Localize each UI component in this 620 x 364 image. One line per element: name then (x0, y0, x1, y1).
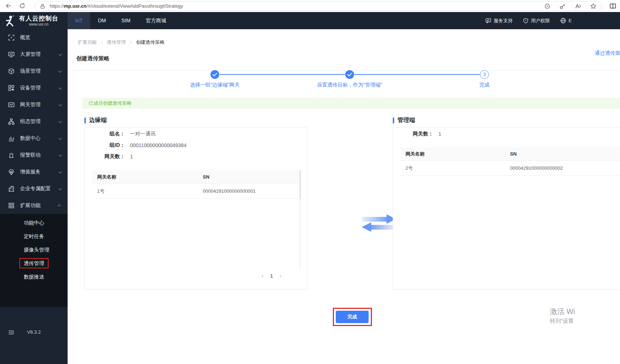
submenu-item-data-push[interactable]: 数据推送 (0, 270, 68, 284)
collapse-sidebar-icon[interactable] (8, 329, 14, 336)
sidebar-item-alarm[interactable]: 报警联动 (0, 147, 68, 164)
step-2-label: 设置透传目标，作为"管理端" (317, 82, 382, 88)
pagination-next-icon[interactable]: › (279, 273, 281, 279)
gateway-sn-cell: 00004291000000000002 (510, 165, 620, 171)
group-id-field: 组ID： 00011000000000049384 (85, 139, 307, 151)
tab-sim[interactable]: SIM (114, 12, 138, 29)
section-accent-bar (84, 118, 86, 123)
chevron-down-icon (58, 52, 62, 56)
scada-icon (8, 118, 15, 125)
lock-icon[interactable] (40, 4, 45, 9)
user-permissions[interactable]: 用户权限 (523, 18, 550, 24)
sidebar-item-bigscreen[interactable]: 大屏管理 (0, 46, 68, 63)
pagination-prev-icon[interactable]: ‹ (262, 273, 263, 279)
address-bar[interactable]: https://mp.usr.cn/#/cloud/extend/ViewAdd… (35, 1, 602, 11)
breadcrumb-separator: › (130, 39, 132, 45)
table-row: 1号 00004291000000000001 (92, 184, 299, 199)
swap-arrows-icon (362, 214, 397, 232)
table-scrollbar-thumb[interactable] (300, 170, 301, 199)
gateway-count-label: 网关数： (393, 131, 433, 137)
sidebar-item-label: 大屏管理 (20, 51, 41, 58)
sidebar-item-device[interactable]: 设备管理 (0, 80, 68, 96)
breadcrumb-separator: › (101, 39, 103, 45)
tab-official-mall[interactable]: 官方商城 (138, 12, 174, 29)
edge-table-pagination: ‹ 1 › (262, 273, 281, 279)
sidebar-item-label: 企业专属配置 (20, 185, 51, 192)
group-name-value: 一对一通讯 (130, 131, 156, 137)
back-icon[interactable] (5, 3, 12, 9)
password-key-icon[interactable] (559, 3, 566, 9)
col-gateway-name: 网关名称 (92, 174, 203, 180)
vas-icon (8, 169, 15, 175)
sidebar-item-scene[interactable]: 场景管理 (0, 63, 68, 80)
sidebar-item-scada[interactable]: 组态管理 (0, 113, 68, 130)
sidebar-item-enterprise-config[interactable]: 企业专属配置 (0, 180, 68, 197)
sidebar-item-label: 场景管理 (20, 68, 41, 74)
service-support-label: 服务支持 (494, 18, 513, 24)
language-label: E (568, 18, 572, 23)
chevron-down-icon (58, 103, 62, 106)
finish-button[interactable]: 完成 (336, 311, 369, 323)
gateway-count-label: 网关数： (85, 153, 125, 160)
pagination-page-1[interactable]: 1 (270, 273, 273, 279)
globe-icon (560, 18, 566, 24)
submenu-item-scheduled-tasks[interactable]: 定时任务 (0, 230, 68, 243)
refresh-icon[interactable] (19, 3, 26, 9)
alarm-icon (8, 152, 15, 158)
tab-dm[interactable]: DM (90, 12, 114, 29)
read-aloud-icon[interactable] (575, 3, 581, 9)
sidebar-item-datacenter[interactable]: 数据中心 (0, 130, 68, 147)
title-divider (68, 70, 620, 71)
edge-panel-card: 组名： 一对一通讯 组ID： 00011000000000049384 网关数：… (84, 127, 307, 290)
gateway-count-field: 网关数： 1 (393, 128, 620, 139)
logo-subtitle: www.usr.cn (19, 22, 58, 26)
breadcrumb-passthrough[interactable]: 透传管理 (107, 39, 126, 45)
sidebar-item-gateway[interactable]: 网关管理 (0, 96, 68, 113)
chevron-down-icon (58, 187, 62, 190)
sidebar-item-overview[interactable]: 概览 (0, 29, 68, 46)
sidebar-item-value-added-services[interactable]: 增值服务 (0, 164, 68, 180)
windows-activation-watermark-line2: 转到"设置 (550, 318, 574, 325)
breadcrumb-extend[interactable]: 扩展功能 (78, 39, 97, 45)
main-content: 扩展功能 › 透传管理 › 创建透传策略 创建透传策略 通过透传策略 3 选择一… (68, 29, 620, 364)
favorite-star-icon[interactable] (590, 3, 597, 9)
arrow-right-bar (362, 217, 387, 222)
sidebar-item-label: 增值服务 (20, 169, 41, 175)
stepper-line-2 (354, 74, 480, 75)
table-header-row: 网关名称 SN (400, 147, 620, 161)
annotation-red-box[interactable]: 透传管理 (19, 258, 49, 268)
submenu-item-camera-management[interactable]: 摄像头管理 (0, 243, 68, 257)
app-version: V6.3.2 (27, 329, 41, 335)
sidebar-item-label: 数据中心 (20, 135, 41, 142)
sidebar-item-extend[interactable]: 扩展功能 (0, 197, 68, 214)
language-switcher[interactable]: E (560, 18, 572, 24)
address-bar-icons (544, 3, 597, 9)
step-2-circle-check-icon (345, 70, 354, 79)
page-title: 创建透传策略 (76, 55, 109, 62)
step-3-label: 完成 (479, 82, 490, 88)
tab-iot[interactable]: IoT (68, 12, 90, 29)
enterprise-icon (8, 185, 15, 192)
table-row: 2号 00004291000000000002 (400, 161, 620, 176)
submenu-item-passthrough-management[interactable]: 透传管理 (0, 257, 68, 270)
split-screen-icon[interactable] (609, 3, 616, 9)
step-1-circle-check-icon (210, 70, 219, 79)
group-id-value: 00011000000000049384 (130, 142, 187, 148)
edge-fields: 组名： 一对一通讯 组ID： 00011000000000049384 网关数：… (85, 127, 307, 162)
submenu-item-function-center[interactable]: 功能中心 (0, 216, 68, 230)
url-scheme: https:// (50, 3, 64, 9)
user-permissions-label: 用户权限 (531, 18, 550, 24)
url-path: /#/cloud/extend/ViewAddPassthroughStrate… (86, 3, 183, 9)
chevron-down-icon (58, 153, 62, 157)
browser-toolbar: https://mp.usr.cn/#/cloud/extend/ViewAdd… (0, 0, 620, 12)
url-text[interactable]: https://mp.usr.cn/#/cloud/extend/ViewAdd… (50, 3, 183, 9)
section-accent-bar (393, 118, 394, 123)
logo-text: 有人云控制台 www.usr.cn (19, 15, 58, 26)
create-via-strategy-link[interactable]: 通过透传策略 (595, 50, 620, 57)
location-icon[interactable] (544, 3, 551, 9)
breadcrumb-current: 创建透传策略 (136, 39, 164, 45)
service-support[interactable]: 服务支持 (485, 18, 513, 24)
group-id-label: 组ID： (85, 142, 125, 149)
app-logo[interactable]: 有人云控制台 www.usr.cn (0, 12, 68, 29)
extend-icon (8, 202, 15, 209)
